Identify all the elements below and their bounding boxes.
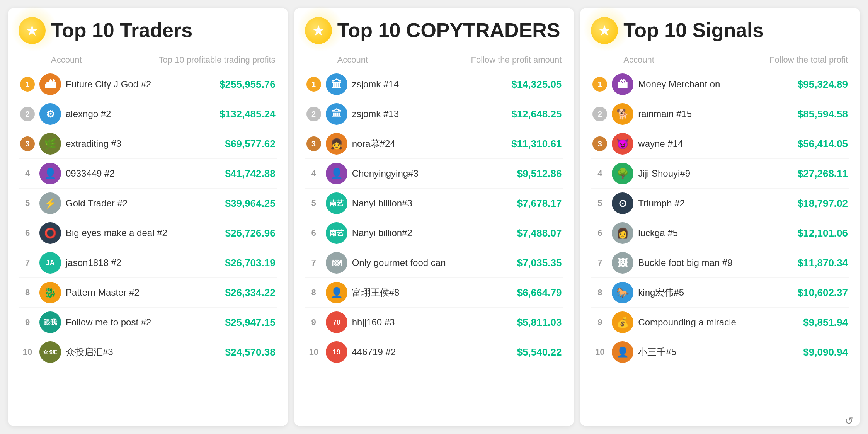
table-row: 6👩luckga #5$12,101.06 bbox=[591, 218, 849, 248]
account-name: luckga #5 bbox=[638, 228, 766, 238]
profit-value: $39,964.25 bbox=[198, 197, 276, 209]
profit-value: $9,512.86 bbox=[484, 168, 562, 180]
panel-traders: ★Top 10 TradersAccountTop 10 profitable … bbox=[8, 8, 288, 426]
account-name: alexngo #2 bbox=[66, 109, 194, 119]
rank-badge: 6 bbox=[592, 226, 607, 240]
avatar: 🐕 bbox=[612, 103, 633, 125]
table-row: 1🏙Future City J God #2$255,955.76 bbox=[19, 70, 277, 99]
panel-signals: ★Top 10 SignalsAccountFollow the total p… bbox=[580, 8, 860, 426]
profit-value: $12,101.06 bbox=[771, 227, 848, 239]
account-name: 富珝王侯#8 bbox=[352, 286, 480, 299]
account-name: zsjomk #13 bbox=[352, 109, 480, 119]
watermark: ↺ bbox=[845, 415, 856, 427]
panel-title: Top 10 COPYTRADERS bbox=[337, 19, 560, 41]
table-row: 8🐎king宏伟#5$10,602.37 bbox=[591, 278, 849, 308]
profit-value: $18,797.02 bbox=[771, 197, 848, 209]
avatar: 🌳 bbox=[612, 163, 633, 184]
profit-value: $6,664.79 bbox=[484, 287, 562, 299]
rank-badge: 4 bbox=[20, 166, 35, 181]
profit-value: $7,678.17 bbox=[484, 197, 562, 209]
avatar: ⚙ bbox=[39, 103, 61, 125]
profit-value: $25,947.15 bbox=[198, 317, 276, 328]
table-row: 3😈wayne #14$56,414.05 bbox=[591, 129, 849, 159]
rank-badge: 1 bbox=[306, 77, 321, 92]
star-icon: ★ bbox=[305, 17, 332, 44]
avatar: 南艺 bbox=[326, 192, 347, 214]
col-header-account: Account bbox=[337, 55, 368, 65]
avatar: 南艺 bbox=[326, 222, 347, 244]
account-name: Gold Trader #2 bbox=[66, 198, 194, 209]
avatar: 👧 bbox=[326, 133, 347, 155]
account-name: Chenyingying#3 bbox=[352, 168, 480, 179]
profit-value: $26,334.22 bbox=[198, 287, 276, 299]
rank-badge: 9 bbox=[592, 315, 607, 330]
panel-title: Top 10 Traders bbox=[51, 19, 192, 41]
avatar: 🐎 bbox=[612, 282, 633, 303]
account-name: nora慕#24 bbox=[352, 138, 480, 150]
account-name: Follow me to post #2 bbox=[66, 317, 194, 328]
rank-badge: 2 bbox=[20, 107, 35, 121]
account-name: Buckle foot big man #9 bbox=[638, 257, 766, 268]
rank-badge: 1 bbox=[592, 77, 607, 92]
panel-copytraders: ★Top 10 COPYTRADERSAccountFollow the pro… bbox=[294, 8, 574, 426]
avatar: 👩 bbox=[612, 222, 633, 244]
account-name: Jiji Shouyi#9 bbox=[638, 168, 766, 179]
col-header-profit: Top 10 profitable trading profits bbox=[159, 55, 276, 65]
rank-badge: 3 bbox=[306, 136, 321, 151]
avatar: 👤 bbox=[612, 341, 633, 363]
account-name: Nanyi billion#2 bbox=[352, 228, 480, 238]
account-name: wayne #14 bbox=[638, 138, 766, 149]
rank-badge: 5 bbox=[592, 196, 607, 211]
rank-badge: 1 bbox=[20, 77, 35, 92]
panel-title: Top 10 Signals bbox=[623, 19, 764, 41]
avatar: ⊙ bbox=[612, 192, 633, 214]
table-row: 9💰Compounding a miracle$9,851.94 bbox=[591, 308, 849, 337]
table-row: 4👤Chenyingying#3$9,512.86 bbox=[305, 159, 563, 189]
avatar: 跟我 bbox=[39, 311, 61, 333]
rank-badge: 6 bbox=[306, 226, 321, 240]
profit-value: $26,703.19 bbox=[198, 257, 276, 269]
account-name: Compounding a miracle bbox=[638, 317, 766, 328]
profit-value: $9,851.94 bbox=[771, 317, 848, 328]
table-row: 6南艺Nanyi billion#2$7,488.07 bbox=[305, 218, 563, 248]
profit-value: $5,811.03 bbox=[484, 317, 562, 328]
rank-badge: 2 bbox=[306, 107, 321, 121]
table-row: 2🏛zsjomk #13$12,648.25 bbox=[305, 99, 563, 129]
profit-value: $69,577.62 bbox=[198, 138, 276, 150]
col-header-profit: Follow the profit amount bbox=[471, 55, 562, 65]
profit-value: $5,540.22 bbox=[484, 346, 562, 358]
rank-badge: 4 bbox=[306, 166, 321, 181]
column-headers: AccountFollow the profit amount bbox=[305, 55, 563, 65]
avatar: 😈 bbox=[612, 133, 633, 155]
rank-badge: 3 bbox=[592, 136, 607, 151]
profit-value: $132,485.24 bbox=[198, 108, 276, 120]
account-name: 小三千#5 bbox=[638, 346, 766, 358]
avatar: 🏙 bbox=[39, 73, 61, 95]
rank-badge: 7 bbox=[306, 255, 321, 270]
rank-badge: 6 bbox=[20, 226, 35, 240]
col-header-profit: Follow the total profit bbox=[769, 55, 848, 65]
profit-value: $14,325.05 bbox=[484, 78, 562, 90]
col-header-account: Account bbox=[623, 55, 654, 65]
column-headers: AccountTop 10 profitable trading profits bbox=[19, 55, 277, 65]
account-name: Nanyi billion#3 bbox=[352, 198, 480, 209]
profit-value: $27,268.11 bbox=[771, 168, 848, 180]
profit-value: $7,035.35 bbox=[484, 257, 562, 269]
star-icon: ★ bbox=[591, 17, 618, 44]
account-name: Only gourmet food can bbox=[352, 257, 480, 268]
table-row: 1🏛zsjomk #14$14,325.05 bbox=[305, 70, 563, 99]
table-row: 8🐉Pattern Master #2$26,334.22 bbox=[19, 278, 277, 308]
avatar: 🖼 bbox=[612, 252, 633, 274]
star-icon: ★ bbox=[19, 17, 46, 44]
profit-value: $24,570.38 bbox=[198, 346, 276, 358]
rank-badge: 9 bbox=[306, 315, 321, 330]
account-name: Future City J God #2 bbox=[66, 79, 194, 90]
rank-badge: 4 bbox=[592, 166, 607, 181]
profit-value: $11,310.61 bbox=[484, 138, 562, 150]
rank-badge: 5 bbox=[306, 196, 321, 211]
table-row: 8👤富珝王侯#8$6,664.79 bbox=[305, 278, 563, 308]
account-name: 众投启汇#3 bbox=[66, 346, 194, 358]
avatar: 🍽 bbox=[326, 252, 347, 274]
profit-value: $10,602.37 bbox=[771, 287, 848, 299]
avatar: 🌿 bbox=[39, 133, 61, 155]
